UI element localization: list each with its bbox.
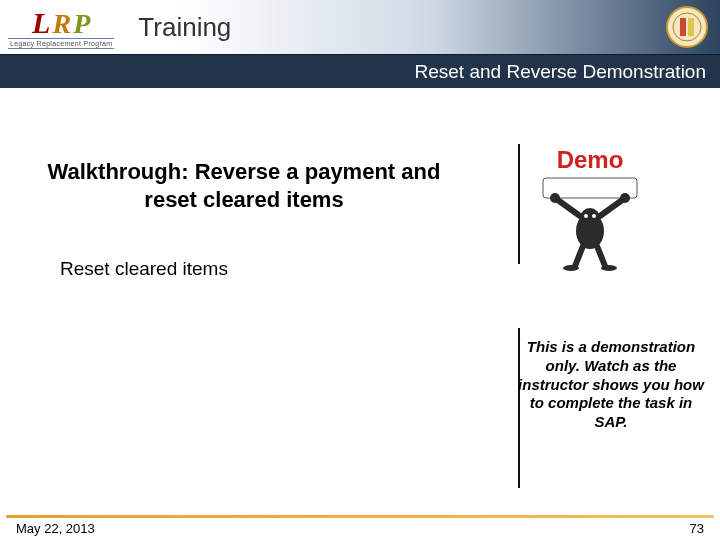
logo-tagline: Legacy Replacement Program	[8, 38, 114, 49]
svg-rect-2	[680, 18, 686, 36]
svg-point-10	[580, 208, 600, 228]
walkthrough-title: Walkthrough: Reverse a payment and reset…	[34, 158, 454, 213]
footer-date: May 22, 2013	[16, 521, 95, 536]
subheader-title: Reset and Reverse Demonstration	[415, 61, 706, 83]
lrp-logo: L R P Legacy Replacement Program	[8, 6, 114, 49]
divider-top	[518, 144, 520, 264]
svg-point-15	[563, 265, 579, 271]
subhead: Reset cleared items	[60, 258, 228, 280]
subheader: Reset and Reverse Demonstration	[0, 54, 720, 88]
demo-figure: Demo	[530, 146, 650, 271]
svg-point-11	[584, 214, 588, 218]
svg-point-16	[601, 265, 617, 271]
header: L R P Legacy Replacement Program Trainin…	[0, 0, 720, 54]
logo-block: L R P Legacy Replacement Program	[0, 6, 114, 49]
demo-label: Demo	[530, 146, 650, 174]
logo-letter-r: R	[52, 8, 71, 40]
svg-point-8	[620, 193, 630, 203]
footer-page: 73	[690, 521, 704, 536]
logo-letter-l: L	[32, 6, 50, 40]
content: Walkthrough: Reverse a payment and reset…	[0, 88, 720, 508]
svg-point-7	[550, 193, 560, 203]
svg-rect-3	[688, 18, 694, 36]
svg-line-14	[597, 246, 605, 266]
svg-line-13	[575, 246, 583, 266]
demo-figure-icon	[535, 176, 645, 271]
seal-icon	[666, 6, 708, 48]
footer: May 22, 2013 73	[0, 508, 720, 540]
demo-note: This is a demonstration only. Watch as t…	[516, 338, 706, 432]
section-title: Training	[138, 12, 231, 43]
logo-letter-p: P	[73, 8, 90, 40]
svg-point-12	[592, 214, 596, 218]
